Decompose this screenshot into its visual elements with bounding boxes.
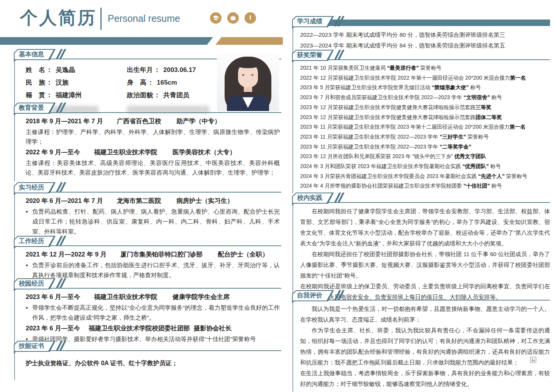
award-item: 2024 年 3 月和团队荣获 2023 年福建卫生职业技术学院暑期社会实践 “… (300, 162, 550, 172)
award-item: 2023 年 12 月荣获福建卫生职业技术学院健美健身大赛花球啦啦操示范套路三等… (300, 103, 550, 113)
section-tag: 教育背景 (14, 103, 56, 113)
page-header: 个人简历 Personal resume (20, 6, 282, 30)
internship-bullet: ●负责药品检查、打针、配药、病人护理、病人看护、急重病人看护、心里咨询、配合护士… (26, 207, 280, 237)
section-campus: 校园经历 2023 年 6 月—至今福建卫生职业技术学院健康学院学生会主席 ●带… (14, 278, 281, 348)
grade-line: 2023—2024 学年 期末考试成绩平均分 84 分，德智体美劳综合测评班级排… (300, 40, 550, 51)
award-item: 2022 年 12 月荣获福建卫生职业技术学院 2022 年第十一届田径运动会 … (300, 73, 550, 83)
section-title: 学习成绩 (292, 16, 334, 26)
campus-bullet: ●带领学生会不断提高正规化，坚持以“全心全意为同学服务”的理念，着力塑造学生会良… (26, 303, 280, 323)
education-body: 2018 年 9 月—2021 年 7 月广西省百色卫校助产学（中专） 主修课程… (14, 113, 281, 181)
award-item: 2023 年 11 月荣获福建卫生职业技术学院 2023 年第十二届田径运动会 … (300, 122, 550, 132)
header-icons (210, 12, 282, 24)
award-item: 2023 年 12 月荣获福建卫生职业技术学院健美健身大赛花球啦啦操示范套路团体… (300, 113, 550, 122)
grade-line: 2022—2023 学年 期末考试成绩平均分 80 分，德智体美劳综合测评班级排… (300, 29, 550, 40)
section-header: 技能证书 (14, 341, 281, 351)
internship-body: 2020 年 6 月—2021 年 7 月龙海市第二医院病房护士（实习生） ●负… (14, 193, 281, 240)
grades-body: 2022—2023 学年 期末考试成绩平均分 80 分，德智体美劳综合测评班级排… (292, 26, 550, 53)
resume-page: 个人简历 Personal resume 基本信息 姓 名：吴逸晶 出生年月：2… (0, 0, 555, 392)
award-item: 2023 年 7 月和宿舍成员荣获福建卫生职业技术学院 2022—2023 学年… (300, 93, 550, 103)
practice-body: 在校期间我担任了健康学院学生会主席团，带领学生会安教部、学习部、生活部、权益部、… (292, 203, 550, 305)
section-skills: 技能证书 护士执业资格证、办公软件 0A 证书、红十字救护员证； (14, 341, 281, 380)
teal-band (0, 37, 213, 45)
section-header: 实习经历 (14, 182, 281, 193)
section-grades: 学习成绩 2022—2023 学年 期末考试成绩平均分 80 分，德智体美劳综合… (292, 16, 550, 53)
skills-text: 护士执业资格证、办公软件 0A 证书、红十字救护员证； (26, 354, 280, 369)
profile-photo (217, 54, 279, 111)
section-title: 技能证书 (14, 341, 56, 351)
section-title: 校内实践 (292, 193, 334, 203)
practice-paragraph: 在校期间我担任了健康学院学生会主席团，带领学生会安教部、学习部、生活部、权益部、… (300, 206, 550, 249)
section-header: 工作经历 (14, 236, 281, 246)
section-header: 学习成绩 (292, 16, 550, 26)
work-entry-header: 2021 年 12 月—2022 年 9 月厦门市集美铂菲特口腔门诊部配台护士（… (26, 250, 280, 259)
award-item: 2023 年 11 月荣获福建卫生职业技术学院 2022—2023 学年 “三好… (300, 132, 550, 142)
section-tag: 技能证书 (14, 341, 56, 351)
title-divider (100, 8, 102, 30)
section-tag: 获奖荣誉 (292, 50, 334, 60)
pencil-icon (245, 12, 256, 24)
section-tag: 自我评价 (292, 290, 334, 301)
section-practice: 校内实践 在校期间我担任了健康学院学生会主席团，带领学生会安教部、学习部、生活部… (292, 193, 550, 305)
awards-body: 2021 年 10 月荣获集美区卫生健康局 “最美逆行者” 荣誉称号 2022 … (292, 60, 550, 193)
section-title: 实习经历 (14, 182, 56, 193)
award-item: 2023 年 5 月荣获福建卫生职业技术学院世界无烟日活动 “禁烟形象大使” 称… (300, 83, 550, 93)
award-item: 2023 年 11 月荣获福建卫生职业技术学院 2022—2023 学年 “二等… (300, 142, 550, 152)
self-eval-body: 我认为我是一个热爱生活，对一切都抱有希望，且愿意接纳新事物、愿意主动学习的一个人… (292, 301, 550, 392)
field-hometown: 籍 贯：福建漳州 (26, 91, 122, 100)
education-courses: 主修课程：美容美体技术、高级美容师理论、美容医疗应用技术、中医美容技术、美容外科… (26, 158, 280, 177)
self-eval-paragraph: 我认为我是一个热爱生活，对一切都抱有希望，且愿意接纳新事物、愿意主动学习的一个人… (300, 304, 550, 325)
section-title: 自我评价 (292, 290, 334, 301)
section-work: 工作经历 2021 年 12 月—2022 年 9 月厦门市集美铂菲特口腔门诊部… (14, 236, 281, 284)
practice-paragraph: 在校期间我还担任了校团委社团部摄影协会社长，带领社团 11 位干事 60 位社团… (300, 249, 550, 281)
section-tag: 工作经历 (14, 236, 56, 246)
field-birth: 出生年月：2003.06.17 (127, 65, 210, 74)
section-tag: 校园经历 (14, 278, 56, 289)
section-header: 获奖荣誉 (292, 50, 550, 60)
section-header: 校园经历 (14, 278, 281, 289)
bullet-icon: ● (26, 207, 28, 237)
field-political-status: 政治面貌：共青团员 (127, 91, 210, 100)
page-title: 个人简历 (20, 6, 97, 30)
campus-entry-header: 2023 年 6 月—至今福建卫生职业技术学院校团委社团部摄影协会社长 (26, 324, 280, 333)
section-header: 自我评价 (292, 290, 550, 301)
section-title: 工作经历 (14, 236, 56, 246)
section-title: 校园经历 (14, 278, 56, 289)
section-tag: 基本信息 (14, 49, 56, 59)
self-eval-paragraph: 在生活上我做事稳当，考虑事情较周全，乐于探索新事物，具有良好的业务能力和心理素质… (300, 368, 550, 389)
skills-body: 护士执业资格证、办公软件 0A 证书、红十字救护员证； (14, 351, 281, 380)
section-education: 教育背景 2018 年 9 月—2021 年 7 月广西省百色卫校助产学（中专）… (14, 103, 281, 181)
section-title: 获奖荣誉 (292, 50, 334, 60)
section-header: 校内实践 (292, 193, 550, 203)
field-height: 身 高：165cm (127, 78, 210, 87)
education-entry-header: 2022 年 9 月—至今福建卫生职业技术学院医学美容技术（大专） (26, 148, 280, 157)
award-item: 2023 年 12 月所在团队和兄弟院系荣获 2023 年 “镜头中的三下乡” … (300, 152, 550, 162)
campus-body: 2023 年 6 月—至今福建卫生职业技术学院健康学院学生会主席 ●带领学生会不… (14, 289, 281, 348)
gold-band (215, 37, 283, 45)
award-item: 2024 年 3 月荣获共青团福建卫生职业技术学院委员会 2023 年暑期社会实… (300, 172, 550, 181)
section-tag: 校内实践 (292, 193, 334, 203)
field-name: 姓 名：吴逸晶 (26, 65, 122, 74)
briefcase-icon (227, 12, 239, 24)
section-title: 基本信息 (14, 49, 56, 59)
education-entry-header: 2018 年 9 月—2021 年 7 月广西省百色卫校助产学（中专） (26, 117, 280, 126)
page-subtitle: Personal resume (108, 13, 180, 24)
section-self-eval: 自我评价 我认为我是一个热爱生活，对一切都抱有希望，且愿意接纳新事物、愿意主动学… (292, 290, 550, 392)
graduation-cap-icon (210, 12, 222, 24)
section-tag: 学习成绩 (292, 16, 334, 26)
campus-entry-header: 2023 年 6 月—至今福建卫生职业技术学院健康学院学生会主席 (26, 293, 280, 301)
internship-entry-header: 2020 年 6 月—2021 年 7 月龙海市第二医院病房护士（实习生） (26, 197, 280, 205)
award-item: 2024 年 4 月所带领的摄影协会社团荣获福建卫生职业技术学院校团委 “十佳社… (300, 181, 550, 191)
field-ethnicity: 民 族：汉族 (26, 78, 122, 87)
education-courses: 主修课程：护理学、产科学、内科学、外科学、人体解剖学、生理学、病原微生物学、传染… (26, 127, 280, 146)
section-awards: 获奖荣誉 2021 年 10 月荣获集美区卫生健康局 “最美逆行者” 荣誉称号 … (292, 50, 550, 193)
section-title: 教育背景 (14, 103, 56, 113)
award-item: 2021 年 10 月荣获集美区卫生健康局 “最美逆行者” 荣誉称号 (300, 63, 550, 73)
self-eval-paragraph: 作为学生会主席、社长、班委，我认为我比较具有责任心，不会漏掉任何一条需要传达的通… (300, 325, 550, 368)
bullet-icon: ● (26, 303, 28, 323)
section-internship: 实习经历 2020 年 6 月—2021 年 7 月龙海市第二医院病房护士（实习… (14, 182, 281, 240)
work-bullet: ●负责开诊前后的准备工作，包括协助医生进行口腔手术、洗牙、拔牙、补牙、牙周治疗等… (26, 260, 280, 280)
section-tag: 实习经历 (14, 182, 56, 193)
broken-image-icon (530, 357, 536, 363)
bullet-icon: ● (26, 260, 28, 280)
